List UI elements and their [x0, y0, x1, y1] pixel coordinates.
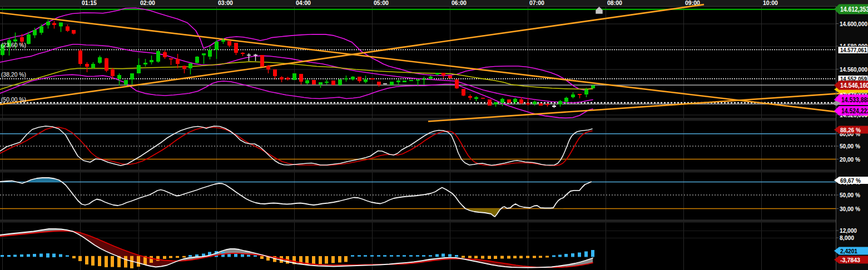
svg-text:01:15: 01:15	[82, 0, 97, 6]
svg-text:14.546,160: 14.546,160	[840, 82, 868, 89]
svg-text:04:00: 04:00	[296, 0, 311, 6]
svg-text:14.560,000: 14.560,000	[840, 66, 867, 73]
svg-text:(38,20 %): (38,20 %)	[1, 71, 26, 78]
svg-text:(50,00 %): (50,00 %)	[1, 96, 26, 103]
svg-text:06:00: 06:00	[452, 0, 467, 6]
svg-text:50,00 %: 50,00 %	[840, 192, 860, 198]
svg-text:(23,60 %): (23,60 %)	[1, 42, 26, 48]
svg-text:03:00: 03:00	[218, 0, 233, 6]
svg-text:88,26 %: 88,26 %	[840, 127, 861, 133]
svg-text:30,00 %: 30,00 %	[840, 206, 860, 212]
svg-text:10:00: 10:00	[763, 0, 778, 6]
svg-text:14.533,888: 14.533,888	[841, 96, 868, 104]
svg-text:02:00: 02:00	[140, 0, 155, 6]
svg-text:08:00: 08:00	[607, 0, 622, 6]
svg-text:07:00: 07:00	[529, 0, 544, 6]
svg-text:2,4201: 2,4201	[840, 248, 857, 254]
svg-text:12,000: 12,000	[840, 227, 857, 234]
svg-text:14.612,353: 14.612,353	[840, 6, 868, 13]
svg-text:14.577,061: 14.577,061	[840, 47, 867, 53]
svg-text:20,00 %: 20,00 %	[840, 156, 860, 163]
svg-text:50,00 %: 50,00 %	[840, 143, 860, 149]
svg-text:14.524,222: 14.524,222	[841, 107, 868, 115]
svg-text:-3,7843: -3,7843	[840, 257, 860, 263]
svg-text:8,000: 8,000	[840, 234, 854, 241]
svg-text:14.600,000: 14.600,000	[840, 21, 867, 27]
svg-text:69,67 %: 69,67 %	[840, 177, 861, 184]
svg-text:05:00: 05:00	[374, 0, 389, 6]
